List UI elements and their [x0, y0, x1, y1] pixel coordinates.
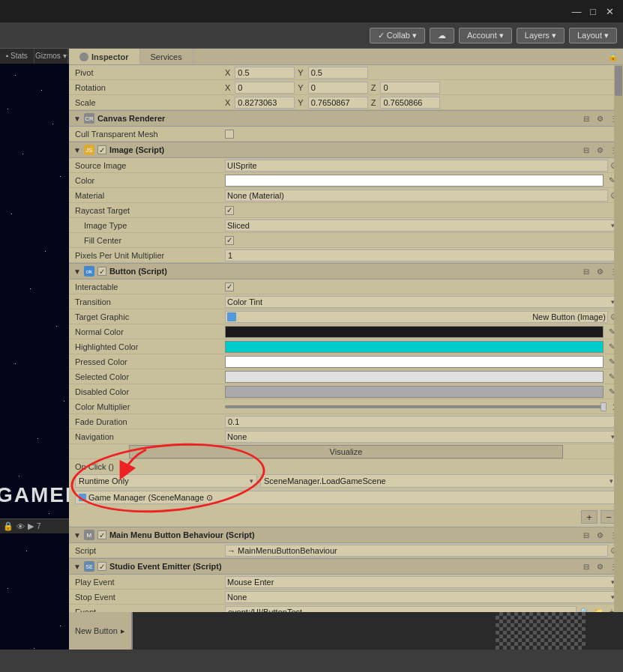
gizmos-tab[interactable]: Gizmos ▾	[34, 49, 69, 64]
navigation-value-container: None ▾	[225, 431, 617, 443]
canvas-info-icon[interactable]: ⊟	[581, 113, 592, 124]
disabled-color-value: ✎	[225, 386, 617, 398]
main-menu-settings-icon[interactable]: ⚙	[595, 530, 605, 540]
services-tab[interactable]: Services	[140, 49, 193, 64]
plus-minus-buttons: + −	[69, 507, 623, 527]
maximize-button[interactable]: □	[586, 4, 601, 19]
target-graphic-value-container: New Button (Image) ◎	[225, 311, 617, 323]
button-script-section-header: ▼ ok Button (Script) ⊟ ⚙ ⋮	[69, 263, 623, 279]
toolbar: ✓ Collab ▾ ☁ Account ▾ Layers ▾ Layout ▾	[0, 22, 623, 49]
cloud-button[interactable]: ☁	[430, 28, 454, 43]
stats-tab[interactable]: ▪ Stats	[0, 49, 34, 64]
add-onclick-button[interactable]: +	[581, 510, 598, 524]
button-info-icon[interactable]: ⊟	[581, 266, 592, 276]
pivot-x-input[interactable]	[235, 67, 295, 79]
studio-emitter-toggle[interactable]: ▼	[73, 563, 81, 571]
image-script-toggle[interactable]: ▼	[73, 146, 81, 154]
fade-duration-row: Fade Duration	[69, 414, 623, 429]
rotation-z-input[interactable]	[380, 82, 440, 94]
visualize-button[interactable]: Visualize	[129, 445, 562, 458]
inspector-tab[interactable]: Inspector	[69, 49, 140, 64]
script-dropdown[interactable]: → MainMenuButtonBehaviour	[225, 545, 608, 557]
eye-icon: 👁	[16, 522, 25, 531]
pivot-y-input[interactable]	[308, 67, 368, 79]
inspector-scrollbar[interactable]	[614, 65, 623, 672]
main-menu-toggle[interactable]: ▼	[73, 531, 81, 539]
button-script-enabled[interactable]	[97, 267, 106, 276]
main-menu-icon: M	[84, 530, 94, 540]
layers-button[interactable]: Layers ▾	[517, 28, 565, 43]
image-settings-icon[interactable]: ⚙	[595, 145, 605, 155]
stop-event-dropdown[interactable]: None ▾	[225, 591, 617, 603]
scale-row: Scale X Y Z	[69, 95, 623, 110]
transition-dropdown[interactable]: Color Tint ▾	[225, 296, 617, 308]
lock-icon: 🔒	[608, 52, 619, 61]
onclick-title: On Click ()	[75, 462, 617, 471]
image-script-enabled[interactable]	[97, 145, 106, 154]
source-image-value-container: UISprite ◎	[225, 160, 617, 172]
target-graphic-dropdown[interactable]: New Button (Image)	[225, 311, 608, 323]
main-menu-enabled[interactable]	[97, 530, 106, 539]
image-type-dropdown[interactable]: Sliced ▾	[225, 220, 617, 231]
navigation-dropdown[interactable]: None ▾	[225, 431, 617, 443]
fill-center-checkbox[interactable]	[225, 236, 234, 245]
raycast-checkbox[interactable]	[225, 206, 234, 215]
source-image-dropdown[interactable]: UISprite	[225, 160, 608, 172]
rotation-value: X Y Z	[225, 82, 617, 94]
canvas-renderer-icon: CR	[84, 113, 94, 124]
highlighted-color-swatch[interactable]	[225, 341, 604, 353]
pressed-color-swatch[interactable]	[225, 356, 604, 368]
material-dropdown[interactable]: None (Material)	[225, 190, 608, 202]
canvas-settings-icon[interactable]: ⚙	[595, 113, 605, 124]
navigation-row: Navigation None ▾	[69, 429, 623, 444]
canvas-renderer-toggle[interactable]: ▼	[73, 115, 81, 123]
main-menu-info-icon[interactable]: ⊟	[581, 530, 592, 540]
fade-duration-input[interactable]	[225, 416, 617, 428]
material-label: Material	[75, 191, 225, 200]
scale-y-input[interactable]	[308, 97, 368, 109]
cull-transparent-checkbox[interactable]	[225, 130, 234, 139]
scale-x-input[interactable]	[235, 97, 295, 109]
game-manager-field[interactable]: Game Manager (SceneManage ⊙	[75, 491, 617, 504]
image-script-title: Image (Script)	[109, 145, 581, 154]
color-multiplier-slider[interactable]	[225, 405, 607, 408]
scrollbar-thumb[interactable]	[615, 66, 622, 96]
button-settings-icon[interactable]: ⚙	[595, 266, 605, 276]
disabled-color-label: Disabled Color	[75, 387, 225, 396]
image-type-label: Image Type	[75, 221, 225, 230]
pixels-input[interactable]	[225, 249, 617, 261]
left-bottom-icons: 🔒 👁 ▶ 7	[0, 518, 69, 533]
layout-button[interactable]: Layout ▾	[569, 28, 617, 43]
left-panel: ▪ Stats Gizmos ▾ GAMERS 🔒 👁 ▶ 7	[0, 49, 69, 672]
interactable-row: Interactable	[69, 279, 623, 294]
collab-button[interactable]: ✓ Collab ▾	[370, 28, 425, 43]
rotation-x-input[interactable]	[235, 82, 295, 94]
scale-z-input[interactable]	[380, 97, 440, 109]
play-event-dropdown[interactable]: Mouse Enter ▾	[225, 576, 617, 588]
minimize-button[interactable]: —	[569, 4, 584, 19]
gamers-text: GAMERS	[0, 483, 69, 507]
runtime-only-dropdown[interactable]: Runtime Only ▾	[75, 474, 257, 488]
studio-emitter-info-icon[interactable]: ⊟	[581, 561, 592, 572]
selected-color-swatch[interactable]	[225, 371, 604, 383]
raycast-row: Raycast Target	[69, 203, 623, 218]
normal-color-swatch[interactable]	[225, 326, 604, 338]
pivot-label: Pivot	[75, 68, 225, 77]
close-button[interactable]: ✕	[602, 4, 617, 19]
fill-center-label: Fill Center	[75, 236, 225, 245]
pivot-row: Pivot X Y	[69, 65, 623, 80]
button-script-toggle[interactable]: ▼	[73, 267, 81, 276]
studio-emitter-settings-icon[interactable]: ⚙	[595, 561, 605, 572]
fill-center-row: Fill Center	[69, 233, 623, 248]
scene-manager-dropdown[interactable]: SceneManager.LoadGameScene ▾	[260, 474, 617, 488]
studio-emitter-enabled[interactable]	[97, 562, 106, 571]
navigation-label: Navigation	[75, 432, 225, 441]
rotation-y-input[interactable]	[308, 82, 368, 94]
account-button[interactable]: Account ▾	[459, 28, 512, 43]
disabled-color-swatch[interactable]	[225, 386, 604, 398]
image-info-icon[interactable]: ⊟	[581, 145, 592, 155]
interactable-checkbox[interactable]	[225, 282, 234, 291]
bottom-preview: New Button ▸	[69, 612, 623, 650]
stars-background: GAMERS	[0, 64, 69, 672]
image-color-swatch[interactable]	[225, 175, 604, 187]
